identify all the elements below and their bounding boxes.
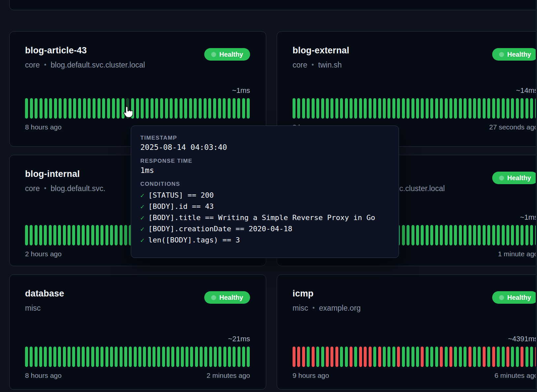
uptime-bar[interactable] — [143, 347, 146, 367]
uptime-bar[interactable] — [369, 347, 372, 367]
uptime-bar[interactable] — [68, 225, 71, 245]
uptime-bar[interactable] — [521, 225, 523, 245]
uptime-bar[interactable] — [350, 347, 353, 367]
uptime-bar[interactable] — [88, 98, 91, 119]
uptime-bar[interactable] — [487, 347, 490, 367]
uptime-bar[interactable] — [242, 98, 245, 119]
uptime-bar[interactable] — [483, 347, 486, 367]
uptime-bar[interactable] — [340, 98, 343, 119]
uptime-bar[interactable] — [96, 225, 99, 245]
uptime-bar[interactable] — [91, 225, 94, 245]
uptime-bar[interactable] — [190, 347, 193, 367]
uptime-bar[interactable] — [321, 347, 324, 367]
uptime-bar[interactable] — [138, 347, 141, 367]
uptime-bar[interactable] — [340, 347, 343, 367]
uptime-bar[interactable] — [483, 98, 486, 119]
uptime-bar[interactable] — [171, 347, 174, 367]
uptime-bar[interactable] — [129, 347, 132, 367]
uptime-bar[interactable] — [373, 347, 376, 367]
uptime-bar[interactable] — [492, 225, 495, 245]
uptime-bar[interactable] — [77, 225, 80, 245]
uptime-bar[interactable] — [134, 347, 137, 367]
uptime-bar[interactable] — [387, 347, 390, 367]
uptime-bar[interactable] — [445, 98, 448, 119]
uptime-bar[interactable] — [445, 347, 448, 367]
uptime-bar[interactable] — [208, 98, 211, 119]
uptime-bar[interactable] — [91, 347, 94, 367]
uptime-bar[interactable] — [209, 347, 212, 367]
uptime-bar[interactable] — [378, 98, 381, 119]
uptime-bar[interactable] — [525, 225, 528, 245]
uptime-bar[interactable] — [83, 98, 86, 119]
uptime-bar[interactable] — [184, 98, 187, 119]
uptime-bar[interactable] — [72, 347, 75, 367]
uptime-bar[interactable] — [58, 347, 61, 367]
uptime-bar[interactable] — [407, 98, 410, 119]
uptime-bar[interactable] — [237, 98, 240, 119]
uptime-bar[interactable] — [454, 98, 457, 119]
service-card-database[interactable]: database misc Healthy ~21ms 8 hours ago … — [9, 274, 266, 390]
uptime-bar[interactable] — [25, 225, 28, 245]
uptime-bar[interactable] — [63, 347, 66, 367]
uptime-bar[interactable] — [430, 347, 433, 367]
uptime-bar[interactable] — [180, 98, 183, 119]
uptime-bar[interactable] — [402, 98, 405, 119]
uptime-bar[interactable] — [454, 225, 457, 245]
uptime-bar[interactable] — [392, 98, 395, 119]
uptime-bar[interactable] — [77, 347, 80, 367]
uptime-bar[interactable] — [72, 225, 75, 245]
uptime-bar[interactable] — [63, 225, 66, 245]
uptime-bar[interactable] — [435, 347, 438, 367]
uptime-bar[interactable] — [345, 347, 348, 367]
uptime-bar[interactable] — [435, 98, 438, 119]
uptime-bar[interactable] — [228, 347, 231, 367]
uptime-bar[interactable] — [195, 347, 198, 367]
uptime-bar[interactable] — [506, 347, 509, 367]
uptime-bar[interactable] — [416, 98, 419, 119]
uptime-bar[interactable] — [440, 98, 443, 119]
uptime-bar[interactable] — [107, 98, 110, 119]
uptime-bar[interactable] — [345, 98, 348, 119]
uptime-bar[interactable] — [105, 347, 108, 367]
uptime-bar[interactable] — [213, 98, 216, 119]
uptime-bar[interactable] — [112, 98, 115, 119]
uptime-bar[interactable] — [421, 98, 424, 119]
uptime-bar[interactable] — [516, 225, 519, 245]
uptime-bar[interactable] — [105, 225, 108, 245]
uptime-bars[interactable] — [25, 98, 250, 119]
uptime-bar[interactable] — [468, 98, 471, 119]
uptime-bar[interactable] — [369, 98, 372, 119]
uptime-bar[interactable] — [96, 347, 99, 367]
uptime-bar[interactable] — [502, 347, 505, 367]
uptime-bar[interactable] — [44, 347, 47, 367]
uptime-bar[interactable] — [82, 225, 85, 245]
uptime-bar[interactable] — [151, 98, 154, 119]
uptime-bar[interactable] — [397, 98, 400, 119]
uptime-bar[interactable] — [218, 98, 221, 119]
uptime-bar[interactable] — [54, 98, 57, 119]
uptime-bar[interactable] — [40, 98, 42, 119]
uptime-bar[interactable] — [136, 98, 139, 119]
uptime-bar[interactable] — [124, 225, 127, 245]
uptime-bar[interactable] — [297, 347, 300, 367]
uptime-bar[interactable] — [473, 98, 476, 119]
uptime-bar[interactable] — [39, 347, 42, 367]
uptime-bar[interactable] — [421, 347, 424, 367]
uptime-bar[interactable] — [530, 98, 533, 119]
uptime-bar[interactable] — [383, 347, 386, 367]
uptime-bar[interactable] — [383, 98, 386, 119]
uptime-bar[interactable] — [407, 347, 410, 367]
uptime-bar[interactable] — [25, 347, 28, 367]
uptime-bar[interactable] — [49, 225, 52, 245]
uptime-bar[interactable] — [307, 347, 310, 367]
uptime-bar[interactable] — [86, 347, 89, 367]
uptime-bar[interactable] — [73, 98, 76, 119]
uptime-bar[interactable] — [30, 347, 33, 367]
uptime-bar[interactable] — [521, 98, 523, 119]
uptime-bar[interactable] — [30, 98, 33, 119]
uptime-bar[interactable] — [416, 347, 419, 367]
uptime-bar[interactable] — [120, 347, 123, 367]
uptime-bar[interactable] — [426, 225, 429, 245]
uptime-bar[interactable] — [516, 347, 519, 367]
uptime-bar[interactable] — [497, 98, 500, 119]
